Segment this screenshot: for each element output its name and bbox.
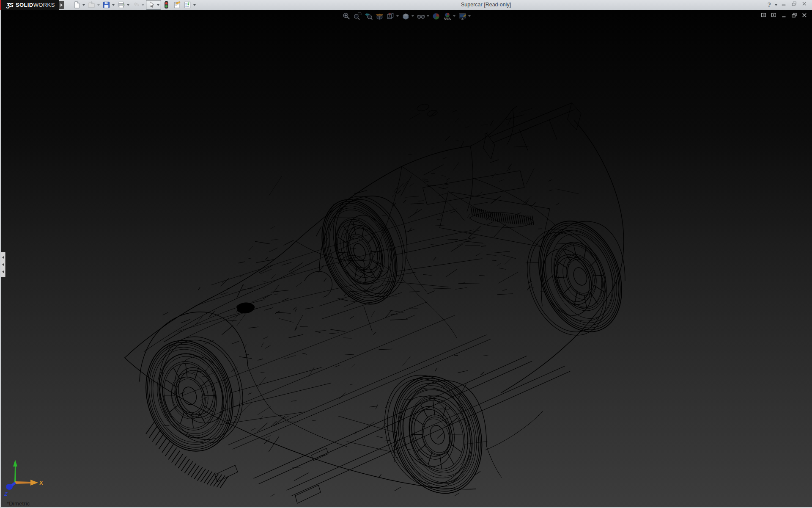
open-dropdown-arrow-icon[interactable] [96, 1, 101, 9]
help-dropdown-arrow-icon[interactable] [775, 1, 777, 9]
save-button[interactable] [102, 0, 116, 9]
logo-red-stripe [0, 0, 1, 10]
menu-flyout-button[interactable] [59, 1, 64, 9]
print-button[interactable] [116, 0, 131, 9]
previous-window-icon [761, 12, 767, 20]
previous-window-button[interactable] [761, 12, 767, 20]
graphics-area[interactable]: X Z *Dimetric [0, 10, 812, 508]
save-dropdown-arrow-icon[interactable] [111, 1, 115, 9]
traffic-light-icon [162, 1, 171, 9]
select-button[interactable] [146, 0, 161, 10]
model-wireframe[interactable] [0, 10, 812, 508]
triad-x-label: X [39, 480, 43, 486]
next-window-button[interactable] [771, 12, 777, 20]
triad-y-axis [14, 466, 16, 483]
section-view-button[interactable] [374, 11, 385, 22]
titlebar: ƷS SOLIDWORKS Supercar [Read-only] ? [0, 0, 812, 10]
featuremanager-collapsed-tab[interactable] [1, 252, 5, 277]
headsup-view-toolbar [341, 11, 472, 22]
close-window-button[interactable] [801, 1, 808, 9]
brand-text: SOLIDWORKS [16, 2, 55, 8]
triad-x-arrow [30, 480, 38, 486]
options-dropdown-arrow-icon[interactable] [192, 1, 197, 9]
file-properties-icon [173, 1, 182, 9]
view-orientation-button[interactable] [385, 11, 400, 22]
edit-appearance-icon [431, 11, 441, 21]
hide-show-items-dropdown-arrow-icon[interactable] [426, 11, 430, 21]
select-cursor-icon [147, 1, 156, 9]
zoom-to-fit-icon [341, 11, 351, 21]
hide-show-items-button[interactable] [415, 11, 431, 22]
close-document-icon [801, 12, 808, 20]
next-window-icon [771, 12, 777, 20]
view-orientation-icon [385, 11, 395, 21]
save-floppy-icon [102, 1, 111, 9]
open-button[interactable] [87, 0, 101, 9]
help-icon: ? [768, 2, 771, 8]
zoom-to-area-button[interactable] [352, 11, 363, 22]
undo-button[interactable] [131, 0, 145, 9]
file-properties-button[interactable] [172, 0, 182, 9]
options-button[interactable] [183, 0, 197, 9]
apply-scene-dropdown-arrow-icon[interactable] [452, 11, 456, 21]
view-settings-button[interactable] [457, 11, 472, 22]
restore-window-icon [791, 1, 798, 9]
minimize-window-button[interactable] [781, 1, 787, 9]
triad-z-label: Z [4, 491, 8, 497]
new-document-dropdown-arrow-icon[interactable] [82, 1, 86, 9]
rebuild-button[interactable] [162, 0, 172, 9]
collapse-arrow-icon [2, 271, 4, 273]
triad-y-arrow [13, 460, 17, 467]
zoom-to-fit-button[interactable] [341, 11, 352, 22]
minimize-window-icon [781, 1, 787, 9]
select-dropdown-arrow-icon[interactable] [156, 1, 160, 9]
help-button[interactable]: ? [768, 1, 771, 9]
restore-document-button[interactable] [791, 12, 798, 20]
view-settings-dropdown-arrow-icon[interactable] [467, 11, 472, 21]
solidworks-logo: ƷS SOLIDWORKS [0, 0, 59, 10]
undo-arrow-icon [132, 1, 141, 9]
minimize-document-button[interactable] [781, 12, 787, 20]
minimize-document-icon [781, 12, 787, 20]
titlebar-window-controls: ? [768, 0, 808, 10]
collapse-arrow-icon [2, 263, 4, 266]
print-dropdown-arrow-icon[interactable] [126, 1, 130, 9]
triad-z-arrow [6, 484, 13, 490]
section-view-icon [374, 11, 384, 21]
apply-scene-button[interactable] [442, 11, 457, 22]
close-document-button[interactable] [801, 12, 808, 20]
close-window-icon [801, 1, 808, 9]
printer-icon [117, 1, 126, 9]
hide-show-items-icon [416, 11, 426, 21]
undo-dropdown-arrow-icon[interactable] [141, 1, 145, 9]
display-style-dropdown-arrow-icon[interactable] [411, 11, 415, 21]
standard-toolbar [72, 0, 197, 10]
solidworks-logo-icon: ƷS [6, 2, 13, 8]
collapse-arrow-icon [2, 256, 4, 259]
display-style-button[interactable] [400, 11, 415, 22]
brand-light: WORKS [33, 2, 55, 8]
apply-scene-icon [442, 11, 452, 21]
restore-document-icon [791, 12, 798, 20]
flyout-arrow-icon [60, 3, 63, 7]
previous-view-button[interactable] [363, 11, 374, 22]
view-orientation-dropdown-arrow-icon[interactable] [395, 11, 400, 21]
open-folder-icon [87, 1, 96, 9]
view-orientation-label: *Dimetric [7, 500, 30, 507]
options-list-icon [183, 1, 192, 9]
window-title: Supercar [Read-only] [461, 0, 511, 10]
document-window-controls [761, 12, 808, 20]
restore-window-button[interactable] [791, 1, 798, 9]
zoom-to-area-icon [352, 11, 362, 21]
solidworks-window: ƷS SOLIDWORKS Supercar [Read-only] ? X [0, 0, 812, 508]
triad-x-axis [15, 481, 30, 484]
brand-bold: SOLID [16, 2, 33, 8]
new-document-button[interactable] [72, 0, 86, 9]
new-document-icon [72, 1, 82, 9]
previous-view-icon [363, 11, 373, 21]
display-style-icon [401, 11, 411, 21]
view-settings-icon [457, 11, 467, 21]
reference-triad: X Z [3, 458, 44, 497]
edit-appearance-button[interactable] [431, 11, 442, 22]
